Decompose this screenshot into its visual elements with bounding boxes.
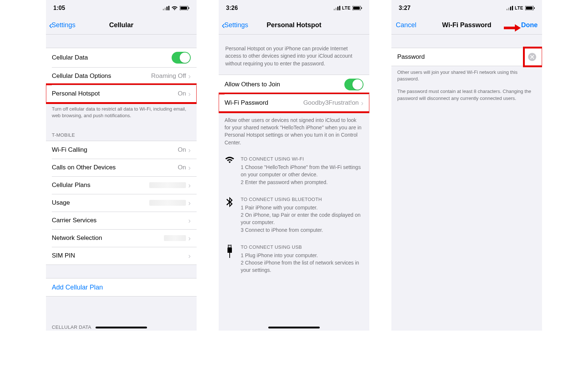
cellular-data-toggle[interactable] (172, 52, 191, 64)
status-time: 1:05 (53, 5, 65, 11)
lte-label: LTE (342, 6, 351, 11)
password-footer1: Other users will join your shared Wi-Fi … (391, 66, 542, 88)
row-add-cellular-plan[interactable]: Add Cellular Plan (46, 278, 197, 296)
row-calls-other-devices[interactable]: Calls on Other Devices On › (46, 159, 197, 176)
svg-rect-0 (163, 9, 164, 10)
wifi-icon (171, 6, 178, 11)
chevron-right-icon: › (188, 199, 191, 206)
screen-personal-hotspot: 3:26 LTE ‹ Settings Personal Hotspot Per… (219, 0, 369, 331)
svg-rect-10 (339, 6, 340, 10)
usb-icon (225, 244, 235, 274)
connect-usb-step2: 2 Choose iPhone from the list of network… (241, 259, 363, 274)
status-time: 3:26 (226, 5, 238, 11)
allow-join-label: Allow Others to Join (225, 81, 280, 88)
connect-wifi-step1: 1 Choose "HelloTech iPhone" from the Wi-… (241, 163, 363, 179)
row-personal-hotspot[interactable]: Personal Hotspot On › (46, 85, 197, 103)
svg-rect-22 (512, 6, 513, 10)
carrier-header: T-MOBILE (46, 125, 197, 141)
screen-wifi-password: 3:27 LTE Cancel Wi-Fi Password Done Pass… (391, 0, 542, 331)
status-icons (163, 6, 189, 11)
row-wifi-password[interactable]: Wi-Fi Password Goodby3Frustrat!on › (219, 94, 369, 112)
personal-hotspot-value: On (178, 90, 186, 97)
usage-label: Usage (52, 199, 70, 206)
chevron-right-icon: › (188, 72, 191, 80)
row-usage[interactable]: Usage › (46, 194, 197, 212)
screen-cellular: 1:05 ‹ Settings Cellular Cellular Data C… (46, 0, 197, 331)
svg-rect-18 (229, 253, 230, 258)
signal-icon (334, 6, 340, 10)
cancel-button[interactable]: Cancel (396, 21, 416, 29)
battery-icon (352, 6, 362, 10)
connect-bt-step2: 2 On iPhone, tap Pair or enter the code … (241, 211, 363, 226)
done-button[interactable]: Done (521, 21, 538, 29)
sim-pin-label: SIM PIN (52, 252, 75, 259)
connect-usb-title: TO CONNECT USING USB (241, 244, 363, 251)
status-icons: LTE (506, 6, 535, 11)
carrier-services-label: Carrier Services (52, 217, 97, 224)
connect-wifi-section: TO CONNECT USING WI-FI 1 Choose "HelloTe… (219, 151, 369, 191)
wifi-calling-value: On (178, 146, 186, 154)
home-indicator[interactable] (268, 327, 320, 328)
back-button[interactable]: ‹ Settings (49, 20, 75, 30)
connect-usb-section: TO CONNECT USING USB 1 Plug iPhone into … (219, 239, 369, 279)
cellular-data-section-header: CELLULAR DATA (46, 317, 197, 331)
svg-rect-1 (165, 8, 166, 10)
page-title: Personal Hotspot (266, 21, 321, 29)
connect-bt-step1: 1 Pair iPhone with your computer. (241, 204, 363, 211)
blurred-value (149, 182, 186, 188)
svg-rect-14 (228, 245, 231, 248)
row-carrier-services[interactable]: Carrier Services › (46, 212, 197, 229)
back-button[interactable]: ‹ Settings (222, 20, 248, 30)
signal-icon (506, 6, 513, 10)
connect-wifi-title: TO CONNECT USING WI-FI (241, 156, 363, 163)
svg-rect-2 (166, 7, 168, 10)
status-bar: 1:05 (46, 0, 197, 16)
svg-rect-15 (229, 245, 230, 246)
personal-hotspot-label: Personal Hotspot (52, 90, 100, 97)
chevron-right-icon: › (188, 146, 191, 154)
battery-icon (525, 6, 535, 10)
signal-icon (163, 6, 169, 10)
home-indicator[interactable] (96, 327, 147, 328)
status-bar: 3:26 LTE (219, 0, 369, 16)
row-cellular-plans[interactable]: Cellular Plans › (46, 176, 197, 194)
chevron-right-icon: › (188, 217, 191, 224)
page-title: Wi-Fi Password (442, 21, 491, 29)
lte-label: LTE (515, 6, 523, 11)
svg-rect-3 (168, 6, 169, 10)
svg-rect-21 (510, 7, 511, 10)
row-allow-others-join[interactable]: Allow Others to Join (219, 75, 369, 94)
svg-rect-17 (227, 248, 232, 253)
connect-bt-title: TO CONNECT USING BLUETOOTH (241, 196, 363, 203)
blurred-value (149, 200, 186, 206)
allow-join-toggle[interactable] (344, 79, 363, 90)
row-sim-pin[interactable]: SIM PIN › (46, 247, 197, 265)
row-cellular-data-options[interactable]: Cellular Data Options Roaming Off › (46, 67, 197, 85)
cellular-data-label: Cellular Data (52, 54, 88, 61)
cellular-plans-label: Cellular Plans (52, 181, 90, 189)
allow-join-footer: Allow other users or devices not signed … (219, 112, 369, 151)
hotspot-intro: Personal Hotspot on your iPhone can prov… (219, 35, 369, 75)
clear-text-button[interactable] (528, 53, 536, 61)
row-password-input[interactable]: Password (391, 48, 542, 66)
row-cellular-data[interactable]: Cellular Data (46, 48, 197, 67)
connect-usb-step1: 1 Plug iPhone into your computer. (241, 252, 363, 259)
network-selection-label: Network Selection (52, 234, 102, 242)
nav-bar: ‹ Settings Cellular (46, 16, 197, 35)
bluetooth-icon (225, 196, 235, 234)
row-wifi-calling[interactable]: Wi-Fi Calling On › (46, 141, 197, 159)
chevron-right-icon: › (188, 90, 191, 97)
row-network-selection[interactable]: Network Selection › (46, 229, 197, 247)
nav-bar: Cancel Wi-Fi Password Done (391, 16, 542, 35)
status-bar: 3:27 LTE (391, 0, 542, 16)
add-cellular-plan-label: Add Cellular Plan (52, 284, 103, 291)
wifi-password-label: Wi-Fi Password (225, 99, 268, 107)
chevron-right-icon: › (188, 234, 191, 242)
wifi-calling-label: Wi-Fi Calling (52, 146, 87, 154)
chevron-right-icon: › (361, 99, 363, 107)
svg-rect-12 (353, 7, 360, 10)
chevron-right-icon: › (188, 181, 191, 189)
svg-rect-9 (337, 7, 338, 10)
svg-rect-8 (336, 8, 337, 10)
svg-rect-25 (534, 7, 535, 9)
